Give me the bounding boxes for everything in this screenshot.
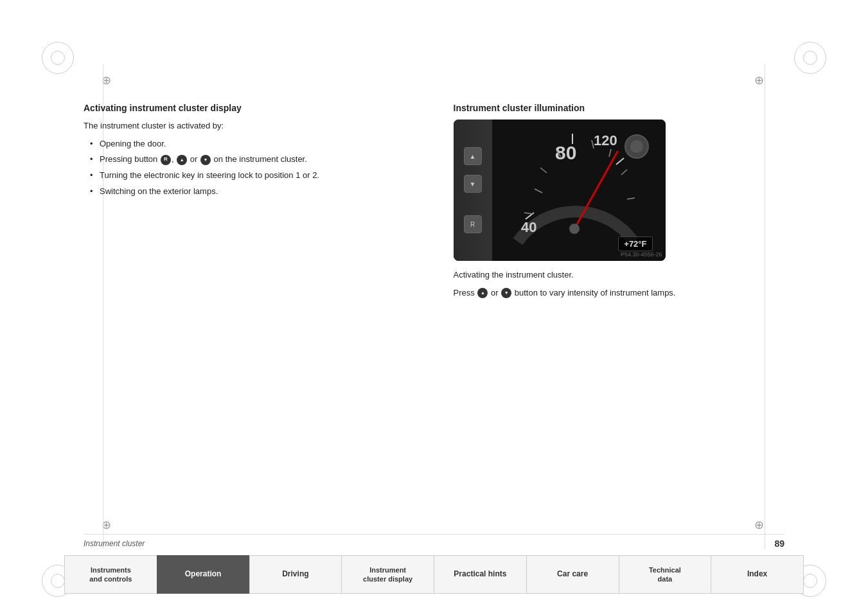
left-column: Activating instrument cluster display Th… (84, 90, 415, 510)
right-section-title: Instrument cluster illumination (454, 103, 785, 113)
page-footer: Instrument cluster 89 (84, 534, 784, 549)
svg-line-9 (524, 213, 533, 214)
right-column: Instrument cluster illumination ▲ ▼ R 40 (454, 90, 785, 510)
crosshair-tr: ⊕ (754, 73, 764, 87)
svg-line-10 (540, 168, 547, 173)
bullet-item-4: Switching on the exterior lamps. (90, 185, 415, 199)
caption1: Activating the instrument cluster. (454, 269, 785, 281)
cluster-up-btn: ▲ (464, 147, 482, 165)
temp-display: +72°F (618, 236, 652, 251)
bullet-item-3: Turning the electronic key in steering l… (90, 169, 415, 182)
cluster-left-panel: ▲ ▼ R (454, 120, 492, 261)
main-content: Activating instrument cluster display Th… (84, 90, 784, 510)
nav-technical-data[interactable]: Technical data (619, 555, 711, 594)
image-reference: P54.30-4556-26 (621, 251, 662, 258)
nav-car-care[interactable]: Car care (526, 555, 619, 594)
corner-deco-tl (42, 42, 74, 74)
page-number: 89 (774, 538, 784, 549)
down-button-icon (200, 155, 211, 165)
nav-operation[interactable]: Operation (157, 555, 249, 594)
nav-driving[interactable]: Driving (249, 555, 342, 594)
cluster-image: ▲ ▼ R 40 80 120 (454, 120, 666, 261)
bullet-list: Opening the door. Pressing button , or o… (84, 138, 415, 199)
corner-deco-tr (794, 42, 826, 74)
footer-section: Instrument cluster (84, 539, 145, 548)
svg-point-17 (630, 140, 643, 153)
bullet-item-2: Pressing button , or on the instrument c… (90, 153, 415, 166)
bullet-item-1: Opening the door. (90, 138, 415, 151)
nav-instrument-cluster-display[interactable]: Instrument cluster display (341, 555, 434, 594)
caption-down-icon (501, 288, 511, 298)
left-section-title: Activating instrument cluster display (84, 103, 415, 113)
cluster-down-btn: ▼ (464, 175, 482, 193)
caption2: Press or button to vary intensity of ins… (454, 287, 785, 299)
svg-text:120: 120 (594, 132, 617, 148)
svg-line-4 (616, 158, 624, 164)
temp-value: +72°F (624, 239, 646, 249)
nav-instruments-and-controls[interactable]: Instruments and controls (64, 555, 157, 594)
nav-practical-hints[interactable]: Practical hints (434, 555, 526, 594)
svg-line-14 (621, 170, 627, 175)
nav-bar: Instruments and controls Operation Drivi… (64, 555, 804, 594)
caption-up-icon (477, 288, 488, 298)
cluster-r-btn: R (464, 215, 482, 233)
cluster-main-display: 40 80 120 (492, 120, 666, 261)
nav-index[interactable]: Index (711, 555, 804, 594)
up-button-icon (177, 155, 187, 165)
svg-line-8 (535, 189, 542, 193)
crosshair-br: ⊕ (754, 518, 764, 532)
svg-text:40: 40 (521, 219, 536, 235)
svg-line-13 (609, 149, 611, 157)
svg-line-15 (627, 198, 635, 199)
r-button-icon (161, 155, 171, 165)
svg-point-7 (569, 224, 580, 234)
left-section-intro: The instrument cluster is activated by: (84, 120, 415, 132)
